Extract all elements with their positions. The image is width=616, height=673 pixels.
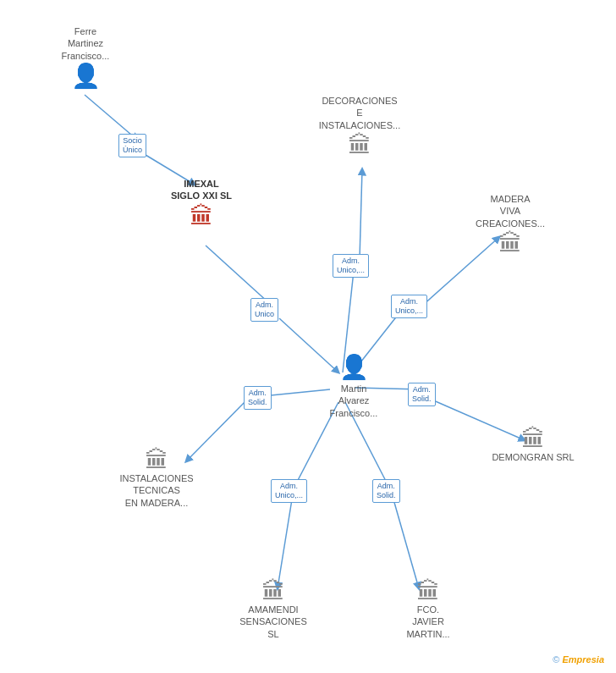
madera-icon: 🏛: [498, 232, 522, 256]
instalaciones-label: INSTALACIONES TECNICAS EN MADERA...: [119, 472, 193, 509]
ferre-icon: 👤: [71, 64, 101, 88]
badge-adm-solid-fco: Adm. Solid.: [372, 479, 400, 503]
madera-label: MADERA VIVA CREACIONES...: [476, 193, 545, 229]
badge-adm-solid-demongran: Adm. Solid.: [408, 383, 436, 406]
svg-line-13: [278, 499, 292, 588]
fco-icon: 🏛: [416, 580, 440, 604]
fco-label: FCO. JAVIER MARTIN...: [406, 604, 449, 640]
watermark-copyright: ©: [553, 654, 559, 665]
demongran-label: DEMONGRAN SRL: [492, 451, 574, 463]
instalaciones-icon: 🏛: [145, 449, 168, 472]
diagram: Ferre Martinez Francisco... 👤 IMEXAL SIG…: [0, 0, 616, 673]
imexal-icon: 🏛: [190, 205, 213, 229]
node-martin[interactable]: 👤 Martin Alvarez Francisco...: [311, 356, 396, 422]
badge-adm-unico-madera: Adm. Unico,...: [391, 295, 427, 318]
node-madera[interactable]: MADERA VIVA CREACIONES... 🏛: [464, 193, 557, 256]
node-fco[interactable]: 🏛 FCO. JAVIER MARTIN...: [386, 580, 470, 643]
node-instalaciones[interactable]: 🏛 INSTALACIONES TECNICAS EN MADERA...: [110, 449, 203, 511]
decoraciones-icon: 🏛: [348, 134, 371, 157]
svg-line-2: [206, 245, 269, 303]
watermark-brand: Empresia: [562, 654, 604, 665]
demongran-icon: 🏛: [521, 428, 545, 451]
martin-icon: 👤: [339, 356, 369, 379]
badge-adm-unico-imexal: Adm. Unico: [250, 298, 278, 322]
watermark: © Empresia: [553, 654, 604, 665]
badge-socio: Socio Único: [118, 134, 146, 157]
node-demongran[interactable]: 🏛 DEMONGRAN SRL: [491, 428, 575, 466]
node-ferre[interactable]: Ferre Martinez Francisco... 👤: [47, 25, 124, 88]
svg-line-15: [393, 499, 419, 588]
connection-lines: [0, 0, 616, 673]
martin-label: Martin Alvarez Francisco...: [330, 383, 378, 419]
ferre-label: Ferre Martinez Francisco...: [62, 25, 110, 62]
badge-adm-unico-amamendi: Adm. Unico,...: [271, 479, 307, 503]
node-decoraciones[interactable]: DECORACIONES E INSTALACIONES... 🏛: [313, 95, 406, 157]
node-amamendi[interactable]: 🏛 AMAMENDI SENSACIONES SL: [227, 580, 320, 643]
amamendi-icon: 🏛: [261, 580, 285, 604]
node-imexal[interactable]: IMEXAL SIGLO XXI SL 🏛: [159, 178, 244, 229]
badge-adm-unico-decoraciones: Adm. Unico,...: [333, 254, 369, 278]
amamendi-label: AMAMENDI SENSACIONES SL: [239, 604, 306, 640]
decoraciones-label: DECORACIONES E INSTALACIONES...: [319, 95, 400, 131]
svg-line-5: [360, 169, 362, 259]
badge-adm-solid-instalaciones: Adm. Solid.: [244, 386, 272, 410]
imexal-label: IMEXAL SIGLO XXI SL: [171, 178, 232, 202]
